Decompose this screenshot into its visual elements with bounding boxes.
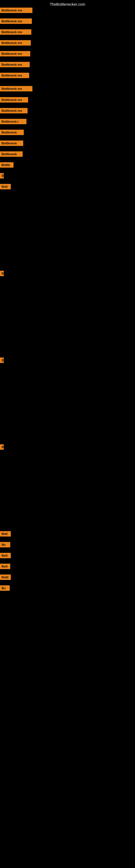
bottleneck-item[interactable]: Bottleneck res	[0, 29, 31, 35]
bottleneck-item[interactable]: Bottle	[0, 162, 13, 167]
bottleneck-item[interactable]: Bottleneck res	[0, 108, 28, 113]
bottleneck-item[interactable]: Bottleneck res	[0, 97, 28, 102]
bottleneck-item[interactable]: Bottleneck res	[0, 73, 29, 78]
bottleneck-item[interactable]: B	[0, 358, 4, 363]
bottleneck-item[interactable]: Bott	[0, 184, 11, 189]
bottleneck-item[interactable]: Bottl	[0, 575, 11, 580]
bottleneck-item[interactable]: Bottleneck res	[0, 40, 31, 45]
bottleneck-item[interactable]: Bo	[0, 542, 10, 547]
bottleneck-item[interactable]: B	[0, 271, 4, 276]
bottleneck-item[interactable]: Bottleneck res	[0, 8, 32, 13]
bottleneck-item[interactable]: Bottleneck	[0, 130, 24, 135]
bottleneck-item[interactable]: B	[0, 173, 4, 179]
bottleneck-item[interactable]: Bottleneck	[0, 151, 23, 157]
bottleneck-item[interactable]: Bottleneck res	[0, 19, 32, 24]
bottleneck-item[interactable]: Bottleneck	[0, 141, 23, 146]
bottleneck-item[interactable]: Bo	[0, 585, 10, 591]
bottleneck-item[interactable]: Bottleneck res	[0, 62, 30, 67]
bottleneck-item[interactable]: B	[0, 444, 4, 450]
bottleneck-item[interactable]: Bottleneck res	[0, 51, 30, 56]
bottleneck-item[interactable]: Bott	[0, 564, 10, 569]
bottleneck-item[interactable]: Bott	[0, 531, 11, 536]
bottleneck-item[interactable]: Bott	[0, 553, 11, 558]
bottleneck-item[interactable]: Bottleneck res	[0, 86, 32, 91]
bottleneck-item[interactable]: Bottleneck r	[0, 119, 27, 124]
